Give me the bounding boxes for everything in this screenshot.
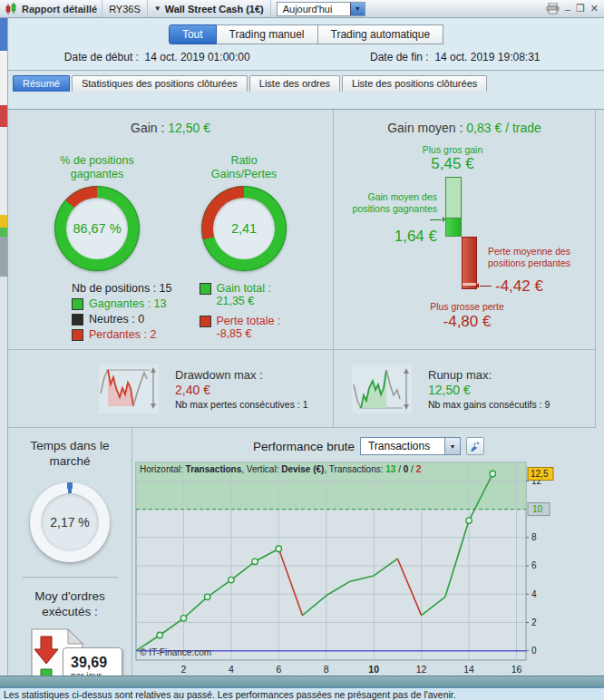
legend-square-icon: [200, 316, 211, 327]
biggest-loss-value: -4,80 €: [413, 313, 521, 331]
ratio-title: Ratio Gains/Pertes: [201, 139, 287, 180]
close-button[interactable]: ✕: [590, 3, 599, 15]
chart-settings-button[interactable]: [466, 437, 484, 455]
detailed-report-window: Rapport détaillé RY36S ▼ Wall Street Cas…: [0, 0, 604, 700]
mode-tab-tout[interactable]: Tout: [169, 24, 217, 44]
svg-text:6: 6: [531, 560, 537, 570]
chevron-down-icon: ▼: [355, 5, 361, 12]
background-app-strip: [0, 18, 7, 687]
workspace-label: RY36S: [102, 0, 148, 17]
mode-tabs: ToutTrading manuelTrading automatique: [8, 18, 604, 44]
performance-dropdown-value: Transactions: [361, 440, 444, 452]
market-time-column: Temps dans le marché 2,17 % Moy d'ordres…: [8, 428, 132, 693]
mode-band: ToutTrading manuelTrading automatique Da…: [8, 18, 604, 71]
avg-win-arrow: [430, 219, 442, 220]
wrench-icon: [469, 441, 481, 452]
totals-legend-item: Gain total :21,35 €: [200, 282, 281, 307]
drawdown-sparkline-icon: [99, 365, 159, 413]
instrument-selector[interactable]: ▼ Wall Street Cash (1€): [148, 0, 271, 17]
svg-text:2: 2: [181, 664, 187, 675]
legend-square-icon: [200, 283, 211, 295]
window-controls: – ❒ ✕: [546, 3, 604, 15]
performance-section: Temps dans le marché 2,17 % Moy d'ordres…: [8, 428, 604, 693]
report-window-body: ToutTrading manuelTrading automatique Da…: [7, 18, 604, 676]
report-tab-liste-des-ordres[interactable]: Liste des ordres: [249, 75, 340, 92]
svg-text:12: 12: [416, 664, 427, 675]
market-time-title: Temps dans le marché: [29, 439, 111, 470]
gain-label: Gain :: [131, 121, 164, 135]
report-tab-r-sum-[interactable]: Résumé: [13, 75, 70, 92]
winrate-block: % de positions gagnantes 86,67 %: [39, 139, 155, 271]
positions-legend: Nb de positions : 15 Gagnantes : 13Neutr…: [72, 282, 172, 347]
biggest-gain-value: 5,45 €: [398, 155, 507, 173]
period-dropdown[interactable]: Aujourd'hui ▼: [277, 2, 365, 16]
market-time-value: 2,17 %: [50, 515, 90, 530]
maximize-button[interactable]: ❒: [576, 3, 585, 15]
report-tab-liste-des-positions-cl-tur-es[interactable]: Liste des positions clôturées: [342, 75, 487, 92]
mode-tab-trading-manuel[interactable]: Trading manuel: [217, 24, 318, 44]
mode-tab-trading-automatique[interactable]: Trading automatique: [318, 24, 444, 44]
chevron-down-icon: ▼: [449, 443, 455, 450]
performance-header: Performance brute Transactions ▼: [132, 437, 604, 455]
window-title: Rapport détaillé: [22, 4, 97, 15]
svg-text:16: 16: [511, 664, 522, 675]
date-start: Date de début : 14 oct. 2019 01:00:00: [8, 51, 307, 63]
svg-text:8: 8: [324, 664, 329, 675]
avg-win-label: Gain moyen des positions gagnantes: [341, 191, 437, 214]
svg-text:© IT-Finance.com: © IT-Finance.com: [140, 647, 211, 657]
orders-value: 39,69: [71, 655, 122, 671]
summary-left-panel: Gain : 12,50 € % de positions gagnantes …: [8, 110, 334, 349]
drawdown-sub: Nb max pertes consécutives : 1: [175, 399, 307, 410]
svg-text:8: 8: [531, 532, 537, 542]
report-tabs: RésuméStatistiques des positions clôturé…: [8, 71, 604, 92]
performance-dropdown[interactable]: Transactions ▼: [360, 437, 461, 455]
winrate-title: % de positions gagnantes: [56, 139, 138, 180]
report-content: Gain : 12,50 € % de positions gagnantes …: [8, 109, 604, 676]
svg-text:0: 0: [531, 646, 537, 656]
gain-value: 12,50 €: [168, 121, 210, 135]
window-icon-group: Rapport détaillé: [0, 0, 102, 17]
svg-text:6: 6: [276, 664, 281, 675]
avg-win-value: 1,64 €: [341, 228, 437, 246]
ratio-block: Ratio Gains/Pertes 2,41: [186, 139, 302, 271]
period-dropdown-value: Aujourd'hui: [278, 4, 350, 15]
chevron-down-icon: ▼: [154, 5, 161, 13]
legend-square-icon: [72, 314, 83, 326]
runup-value: 12,50 €: [428, 383, 550, 397]
totals-legend-item: Perte totale :-8,85 €: [200, 315, 281, 340]
report-tab-statistiques-des-positions-cl-tur-es[interactable]: Statistiques des positions clôturées: [72, 75, 248, 92]
avg-gain-panel: Gain moyen : 0,83 € / trade Plus gros ga…: [334, 110, 595, 349]
runup-sparkline-icon: [352, 365, 412, 413]
winrate-donut-chart: 86,67 %: [54, 186, 140, 271]
svg-text:Horizontal: Transactions, Vert: Horizontal: Transactions, Vertical: Devi…: [140, 464, 422, 474]
ratio-donut-chart: 2,41: [201, 186, 287, 271]
avg-win-bar: [445, 177, 462, 237]
avg-loss-value: -4,42 €: [495, 277, 543, 296]
print-button[interactable]: [546, 3, 560, 15]
biggest-loss-label: Plus grosse perte: [413, 301, 521, 313]
avg-loss-label: Perte moyenne des positions perdantes: [488, 246, 574, 268]
title-bar: Rapport détaillé RY36S ▼ Wall Street Cas…: [0, 0, 604, 18]
positions-legend-item: Gagnantes : 13: [72, 297, 172, 310]
performance-dropdown-arrow: ▼: [444, 438, 460, 454]
status-text: Les statistiques ci-dessus sont relative…: [4, 689, 456, 700]
legend-square-icon: [72, 298, 83, 310]
svg-text:4: 4: [229, 664, 234, 675]
performance-column: Performance brute Transactions ▼ Horizon…: [132, 428, 604, 693]
svg-text:10: 10: [532, 504, 543, 514]
summary-section: Gain : 12,50 € % de positions gagnantes …: [8, 110, 596, 350]
positions-count: Nb de positions : 15: [72, 282, 172, 295]
biggest-gain-label: Plus gros gain: [398, 144, 507, 156]
positions-legend-item: Perdantes : 2: [72, 328, 172, 341]
date-range: Date de début : 14 oct. 2019 01:00:00 Da…: [8, 51, 604, 63]
horizontal-scrollbar[interactable]: [0, 676, 604, 687]
svg-text:4: 4: [531, 589, 537, 599]
minimize-button[interactable]: –: [565, 4, 570, 15]
avg-loss-arrow: [480, 286, 492, 287]
runup-sub: Nb max gains consécutifs : 9: [428, 399, 550, 410]
drawdown-label: Drawdown max :: [175, 368, 307, 382]
performance-chart: Horizontal: Transactions, Vertical: Devi…: [134, 461, 595, 691]
avg-loss-bar: [462, 237, 477, 289]
legend-square-icon: [72, 329, 83, 341]
drawdown-value: 2,40 €: [175, 383, 307, 397]
